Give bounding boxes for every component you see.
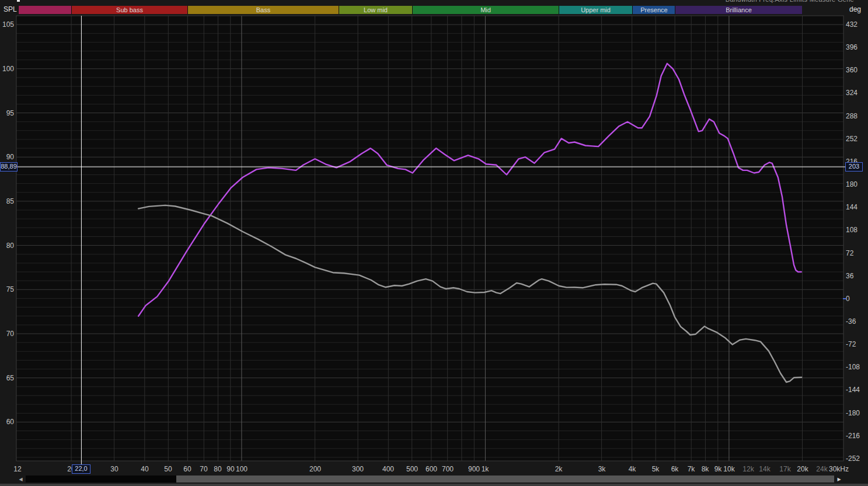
freq-tick-3k: 3k: [598, 465, 606, 473]
spl-phase-graph: Bandwidth Freq.Axis Limits Measure Gene …: [0, 0, 868, 486]
deg-axis-title: deg: [849, 5, 861, 14]
freq-tick-24k: 24k: [816, 465, 827, 473]
phase-zero-marker: [843, 298, 846, 299]
freq-tick-5k: 5k: [652, 465, 660, 473]
deg-tick-144: 144: [846, 204, 857, 211]
band-brilliance: Brilliance: [675, 6, 802, 14]
freq-tick-700: 700: [442, 465, 454, 473]
freq-tick-80: 80: [214, 465, 221, 473]
cursor-spl-readout: 88,89: [0, 162, 18, 172]
freq-tick-70: 70: [200, 465, 207, 473]
freq-tick-9k: 9k: [714, 465, 722, 473]
freq-tick-200: 200: [309, 465, 321, 473]
deg-tick--180: -180: [846, 410, 860, 417]
freq-tick-7k: 7k: [688, 465, 695, 473]
freq-tick-400: 400: [382, 465, 394, 473]
deg-tick-252: 252: [846, 135, 857, 142]
scroll-left-button[interactable]: ◀: [17, 475, 25, 483]
deg-tick-288: 288: [846, 113, 857, 120]
spl-tick-75: 75: [0, 286, 14, 293]
scroll-right-button[interactable]: ▶: [835, 475, 843, 483]
band-mid: Mid: [412, 6, 559, 14]
band-low-mid: Low mid: [339, 6, 412, 14]
freq-tick-90: 90: [226, 465, 234, 473]
freq-tick-30kHz: 30kHz: [829, 465, 849, 473]
deg-tick-36: 36: [846, 272, 853, 279]
plot-background: [16, 16, 843, 461]
deg-tick-396: 396: [846, 44, 857, 51]
freq-tick-100: 100: [236, 465, 247, 473]
window-bottom-edge: [0, 484, 868, 486]
cursor-freq-readout: 22,0: [72, 464, 90, 474]
band-infra: [18, 6, 71, 14]
freq-tick-60: 60: [183, 465, 191, 473]
spl-tick-105: 105: [0, 21, 14, 28]
freq-tick-2k: 2k: [555, 465, 563, 473]
spl-tick-95: 95: [0, 110, 14, 117]
freq-tick-12: 12: [13, 465, 21, 473]
spl-tick-80: 80: [0, 242, 14, 249]
freq-tick-600: 600: [426, 465, 437, 473]
deg-tick-432: 432: [846, 21, 857, 28]
spl-axis-title: SPL: [4, 5, 17, 14]
deg-tick--252: -252: [846, 455, 860, 462]
freq-tick-50: 50: [164, 465, 172, 473]
spl-tick-85: 85: [0, 198, 14, 205]
cursor-deg-readout: 203: [845, 162, 863, 172]
deg-tick-324: 324: [846, 89, 857, 96]
clipped-toolbar-text: Bandwidth Freq.Axis Limits Measure Gene: [726, 0, 854, 3]
deg-tick--36: -36: [846, 318, 856, 325]
clipped-toolbar: Bandwidth Freq.Axis Limits Measure Gene: [726, 0, 854, 3]
freq-tick-8k: 8k: [702, 465, 709, 473]
deg-tick-0: 0: [846, 295, 850, 302]
deg-tick--216: -216: [846, 432, 860, 439]
spl-tick-70: 70: [0, 330, 14, 337]
freq-tick-6k: 6k: [671, 465, 679, 473]
spl-tick-60: 60: [0, 418, 14, 425]
freq-tick-10k: 10k: [723, 465, 734, 473]
band-upper-mid: Upper mid: [559, 6, 632, 14]
deg-tick--144: -144: [846, 386, 860, 393]
deg-tick-360: 360: [846, 67, 857, 74]
freq-tick-500: 500: [406, 465, 418, 473]
band-sub-bass: Sub bass: [71, 6, 187, 14]
chart-canvas[interactable]: [0, 0, 868, 486]
deg-tick--108: -108: [846, 363, 860, 370]
freq-tick-20k: 20k: [797, 465, 808, 473]
freq-tick-300: 300: [352, 465, 364, 473]
band-bass: Bass: [187, 6, 339, 14]
freq-tick-30: 30: [110, 465, 118, 473]
band-presence: Presence: [632, 6, 675, 14]
spl-tick-100: 100: [0, 65, 14, 72]
deg-tick-72: 72: [846, 250, 853, 257]
spl-tick-65: 65: [0, 375, 14, 382]
freq-tick-40: 40: [141, 465, 148, 473]
freq-tick-900: 900: [468, 465, 480, 473]
spl-tick-90: 90: [0, 153, 14, 160]
freq-tick-17k: 17k: [779, 465, 790, 473]
freq-tick-1k: 1k: [482, 465, 489, 473]
freq-tick-4k: 4k: [629, 465, 636, 473]
freq-tick-12k: 12k: [742, 465, 754, 473]
deg-tick-108: 108: [846, 226, 857, 233]
window-artifact: [17, 0, 20, 2]
deg-tick-180: 180: [846, 181, 857, 188]
deg-tick--72: -72: [846, 341, 856, 348]
scrollbar-thumb[interactable]: [176, 475, 834, 482]
freq-tick-14k: 14k: [759, 465, 770, 473]
